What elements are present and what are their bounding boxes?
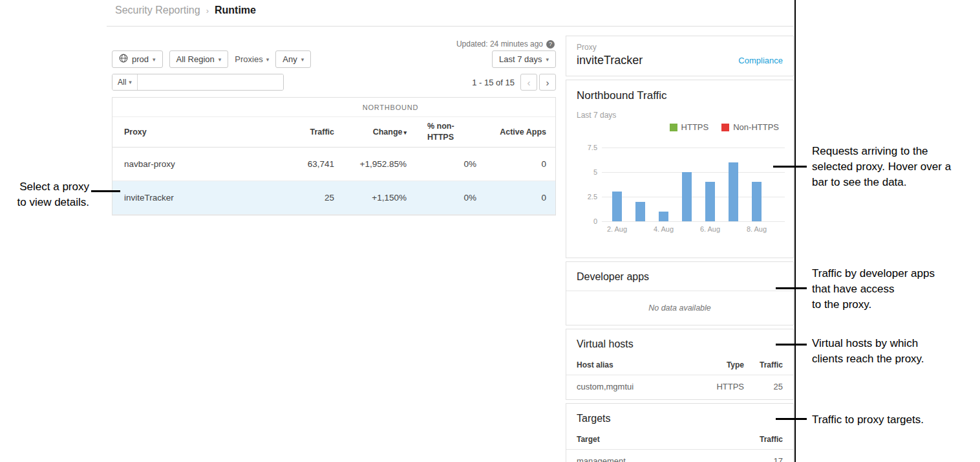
table-header-row: Proxy Traffic Change▾ % non-HTTPS Active… [112,117,555,148]
legend-item-https: HTTPS [670,122,709,132]
column-header-change-label: Change [373,127,403,137]
next-page-button[interactable]: › [539,74,556,91]
help-icon[interactable]: ? [546,40,555,49]
page: Security Reporting › Runtime Updated: 24… [0,0,980,462]
page-title: Runtime [215,5,256,16]
annotation-targets: Traffic to proxy targets. [812,412,980,428]
annotation-requests: Requests arriving to the selected proxy.… [812,144,980,190]
non-https-swatch-icon [721,124,729,131]
column-traffic: Traffic [744,360,783,369]
northbound-chart-plot: 7.5 5 2.5 0 [602,148,785,221]
legend-item-non-https: Non-HTTPS [721,122,779,132]
chevron-down-icon: ▾ [218,56,222,63]
updated-status: Updated: 24 minutes ago ? [456,39,555,49]
chart-bar-2. Aug[interactable] [612,192,622,221]
cell-proxy-name: inviteTracker [112,193,257,203]
annotation-select-proxy: Select a proxy to view details. [0,179,89,210]
filter-bar: prod ▾ All Region ▾ Proxies ▾ Any ▾ Last… [112,50,556,68]
chevron-down-icon: ▾ [546,56,549,63]
compliance-link[interactable]: Compliance [738,56,783,67]
any-value: Any [282,54,297,64]
x-tick-label: 8. Aug [738,225,776,233]
x-tick-label: 4. Aug [644,225,683,233]
northbound-chart-xaxis: 2. Aug4. Aug6. Aug8. Aug [602,225,785,236]
y-tick-label: 2.5 [578,193,597,201]
search-scope-dropdown[interactable]: All ▾ [112,74,138,90]
developer-apps-card: Developer apps No data available [566,261,794,325]
proxy-table: NORTHBOUND Proxy Traffic Change▾ % non-H… [112,97,556,215]
chart-bar-8. Aug[interactable] [752,182,762,221]
annotation-connector [776,287,807,289]
cell-proxy-name: navbar-proxy [112,159,257,169]
y-tick-label: 0 [578,217,597,225]
northbound-traffic-title: Northbound Traffic [577,89,783,102]
proxy-summary-card: Proxy inviteTracker Compliance [566,36,794,76]
chevron-down-icon: ▾ [129,79,132,85]
column-traffic: Traffic [744,435,783,444]
virtual-hosts-columns: Host alias Type Traffic [566,357,793,375]
annotation-connector [776,344,807,346]
table-group-header-row: NORTHBOUND [112,98,555,117]
virtual-hosts-header: Virtual hosts [566,329,793,357]
x-tick-label: 2. Aug [598,225,637,233]
chart-bar-3. Aug[interactable] [635,202,645,221]
cell-traffic: 17 [744,456,783,462]
breadcrumb-separator-icon: › [206,6,209,16]
cell-traffic: 25 [257,193,334,203]
region-dropdown[interactable]: All Region ▾ [169,50,229,68]
search-scope-value: All [118,78,126,87]
table-row[interactable]: inviteTracker 25 +1,150% 0% 0 [112,181,555,215]
chart-bar-4. Aug[interactable] [659,212,668,221]
developer-apps-title: Developer apps [577,271,783,283]
annotation-connector [91,190,120,192]
annotation-connector [776,418,807,420]
northbound-traffic-card: Northbound Traffic Last 7 days HTTPS Non… [566,80,794,258]
proxy-label: Proxy [577,43,643,52]
targets-card: Targets Target Traffic management 17 [566,403,794,462]
proxy-list-panel: Updated: 24 minutes ago ? prod ▾ All Reg… [112,36,556,215]
search-group: All ▾ [112,74,284,91]
annotation-connector [773,166,807,168]
header-divider [107,26,794,27]
virtual-hosts-card: Virtual hosts Host alias Type Traffic cu… [566,329,794,400]
any-dropdown[interactable]: Any ▾ [275,50,311,68]
column-header-non-https[interactable]: % non-HTTPS [407,121,476,143]
chart-bar-7. Aug[interactable] [729,162,738,221]
chart-legend: HTTPS Non-HTTPS [577,122,783,132]
chart-bar-5. Aug[interactable] [682,172,692,221]
cell-type: HTTPS [692,382,744,391]
date-range-dropdown[interactable]: Last 7 days ▾ [492,50,556,68]
target-row: management 17 [566,450,793,462]
targets-title: Targets [577,413,783,424]
prev-page-button[interactable]: ‹ [520,74,537,91]
chart-bar-6. Aug[interactable] [705,182,715,221]
cell-active-apps: 0 [476,159,555,169]
environment-value: prod [132,54,149,64]
column-header-active-apps[interactable]: Active Apps [476,127,555,137]
search-input[interactable] [138,74,283,90]
column-header-change[interactable]: Change▾ [334,127,407,137]
legend-label: HTTPS [681,122,709,132]
cell-change: +1,952.85% [334,159,407,169]
developer-apps-header: Developer apps [566,262,793,291]
search-bar: All ▾ 1 - 15 of 15 ‹ › [112,74,556,91]
y-tick-label: 7.5 [578,144,597,151]
https-swatch-icon [670,124,677,131]
environment-dropdown[interactable]: prod ▾ [112,50,163,68]
breadcrumb-section[interactable]: Security Reporting [115,5,200,16]
column-host-alias: Host alias [577,360,692,369]
column-type: Type [692,360,744,369]
selected-proxy-name: inviteTracker [577,54,643,67]
column-header-traffic[interactable]: Traffic [257,127,334,137]
annotation-virtual-hosts: Virtual hosts by which clients reach the… [812,336,980,367]
table-row[interactable]: navbar-proxy 63,741 +1,952.85% 0% 0 [112,148,555,181]
pagination: 1 - 15 of 15 ‹ › [472,74,556,91]
globe-icon [119,54,128,65]
legend-label: Non-HTTPS [733,122,779,132]
cell-target: management [577,456,744,462]
proxies-dropdown[interactable]: Proxies ▾ [235,54,269,64]
cell-non-https: 0% [407,193,476,203]
column-target: Target [577,435,744,444]
column-header-proxy[interactable]: Proxy [112,127,257,137]
cell-traffic: 25 [744,382,783,391]
